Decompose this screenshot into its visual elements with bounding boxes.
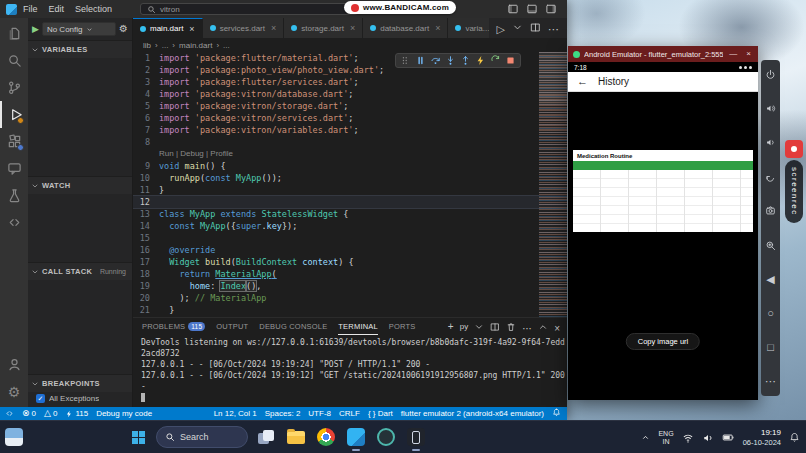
emu-power-button[interactable] <box>763 67 778 82</box>
restart-button[interactable] <box>490 52 501 70</box>
status-flutter-emulator-2-a[interactable]: flutter emulator 2 (android-x64 emulator… <box>401 409 544 418</box>
taskbar-app-file-explorer[interactable] <box>284 425 308 449</box>
section-breakpoints[interactable]: BREAKPOINTS <box>28 375 132 392</box>
tab-main-dart[interactable]: main.dart× <box>133 18 203 38</box>
menu-selection[interactable]: Selection <box>75 4 112 14</box>
code-line[interactable]: 10 runApp(const MyApp()); <box>133 172 567 184</box>
emulator-minimize-button[interactable]: — <box>727 50 739 58</box>
status--dart[interactable]: { } Dart <box>368 409 393 418</box>
taskbar-app-android-studio[interactable] <box>374 425 398 449</box>
minimap[interactable] <box>539 52 567 317</box>
status-utf-8[interactable]: UTF-8 <box>308 409 331 418</box>
emu-camera-button[interactable] <box>763 203 778 218</box>
status-remote[interactable] <box>5 409 14 418</box>
panel-tab-ports[interactable]: PORTS <box>389 318 416 335</box>
close-button[interactable]: × <box>554 318 560 336</box>
emu-back-tri-button[interactable]: ◀ <box>763 272 778 287</box>
status-message[interactable]: Debug my code <box>96 409 152 418</box>
caret-up-button[interactable] <box>538 318 548 336</box>
code-line[interactable]: 4import 'package:vitron/database.dart'; <box>133 88 567 100</box>
code-line[interactable]: 18 return MaterialApp( <box>133 268 567 280</box>
code-line[interactable]: 15 <box>133 232 567 244</box>
code-line[interactable]: 19 home: Index(), <box>133 280 567 292</box>
code-line[interactable]: 17 Widget build(BuildContext context) { <box>133 256 567 268</box>
emulator-titlebar[interactable]: Android Emulator - flutter_emulator_2:55… <box>568 46 758 62</box>
taskbar-app-emulator[interactable] <box>404 425 428 449</box>
activity-run-debug[interactable] <box>0 101 28 128</box>
emu-more-h-button[interactable]: ⋯ <box>763 374 778 389</box>
code-line[interactable]: 7import 'package:vitron/variables.dart'; <box>133 124 567 136</box>
breadcrumb-item[interactable]: lib <box>143 41 151 50</box>
start-button[interactable] <box>126 425 150 449</box>
section-variables[interactable]: VARIABLES <box>28 41 132 58</box>
terminal-shell-label[interactable]: py <box>460 322 468 331</box>
breakpoint-item[interactable]: ✓All Exceptions <box>28 392 132 405</box>
close-tab-icon[interactable]: × <box>271 23 276 33</box>
minimap-slider[interactable] <box>539 52 567 104</box>
breadcrumb-item[interactable]: main.dart <box>179 41 212 50</box>
taskbar-search[interactable]: Search <box>156 426 248 448</box>
notification-bell-icon[interactable] <box>789 432 800 443</box>
status-flash[interactable]: 115 <box>65 409 88 418</box>
breadcrumb[interactable]: lib›...›main.dart›... <box>133 38 567 52</box>
bell-button[interactable] <box>552 408 561 419</box>
status-error[interactable]: ⊗0 <box>22 409 36 418</box>
code-line[interactable]: 13class MyApp extends StatelessWidget { <box>133 208 567 220</box>
drag-button[interactable] <box>400 52 411 70</box>
checkbox-checked-icon[interactable]: ✓ <box>36 394 45 403</box>
tab-varia-[interactable]: varia...× <box>448 18 488 38</box>
breadcrumb-item[interactable]: ... <box>223 41 230 50</box>
terminal-output[interactable]: DevTools listening on ws://127.0.0.1:616… <box>133 335 567 407</box>
emu-home-button[interactable]: ○ <box>763 306 778 321</box>
code-line[interactable]: 3import 'package:flutter/services.dart'; <box>133 76 567 88</box>
clock[interactable]: 19:19 06-10-2024 <box>743 429 781 447</box>
emulator-close-button[interactable]: × <box>744 50 753 58</box>
code-lens-row[interactable]: Run | Debug | Profile <box>133 148 567 160</box>
debug-config-dropdown[interactable]: No Config <box>42 22 116 36</box>
emu-zoom-in-button[interactable] <box>763 238 778 253</box>
activity-accounts[interactable] <box>0 351 28 378</box>
more-h-button[interactable]: ⋯ <box>522 318 532 336</box>
split-button[interactable] <box>530 19 541 37</box>
emu-rotate-left-button[interactable] <box>763 169 778 184</box>
panel-tab-problems[interactable]: PROBLEMS115 <box>142 318 205 335</box>
tab-services-dart[interactable]: services.dart× <box>203 18 285 38</box>
taskbar-app-task-view[interactable] <box>254 425 278 449</box>
status-ln-12-col-1[interactable]: Ln 12, Col 1 <box>214 409 257 418</box>
activity-source-control[interactable] <box>0 74 28 101</box>
step-over-button[interactable] <box>430 52 441 70</box>
menu-file[interactable]: File <box>23 4 38 14</box>
panel-tab-debug-console[interactable]: DEBUG CONSOLE <box>259 318 327 335</box>
activity-chat[interactable] <box>0 155 28 182</box>
breadcrumb-item[interactable]: ... <box>162 41 169 50</box>
activity-testing[interactable] <box>0 182 28 209</box>
code-line[interactable]: 14 const MyApp({super.key}); <box>133 220 567 232</box>
battery-icon[interactable] <box>722 431 735 444</box>
code-line[interactable]: 6import 'package:vitron/services.dart'; <box>133 112 567 124</box>
start-debug-icon[interactable]: ▶ <box>32 25 39 34</box>
copy-image-url-button[interactable]: Copy image url <box>626 333 700 350</box>
activity-explorer[interactable] <box>0 20 28 47</box>
status-spaces-2[interactable]: Spaces: 2 <box>265 409 301 418</box>
play-outline-button[interactable]: ▷ <box>497 19 505 37</box>
emu-volume-down-button[interactable] <box>763 135 778 150</box>
status-crlf[interactable]: CRLF <box>339 409 360 418</box>
tray-expand-icon[interactable] <box>641 433 650 442</box>
activity-remote-explorer[interactable] <box>0 209 28 236</box>
emu-overview-button[interactable]: □ <box>763 340 778 355</box>
code-line[interactable]: 21 } <box>133 304 567 316</box>
step-out-button[interactable] <box>460 52 471 70</box>
volume-icon[interactable] <box>702 432 714 444</box>
panel-tab-output[interactable]: OUTPUT <box>216 318 248 335</box>
code-line[interactable]: 5import 'package:vitron/storage.dart'; <box>133 100 567 112</box>
code-line[interactable]: 11} <box>133 184 567 196</box>
activity-extensions[interactable] <box>0 128 28 155</box>
step-into-button[interactable] <box>445 52 456 70</box>
panel-tab-terminal[interactable]: TERMINAL <box>338 318 378 335</box>
editor-surface[interactable]: 1import 'package:flutter/material.dart';… <box>133 52 567 317</box>
tab-storage-dart[interactable]: storage.dart× <box>284 18 363 38</box>
close-tab-icon[interactable]: × <box>350 23 355 33</box>
pause-button[interactable] <box>415 52 426 70</box>
back-arrow-icon[interactable]: ← <box>577 76 588 87</box>
activity-settings[interactable]: ⚙ <box>0 378 28 405</box>
